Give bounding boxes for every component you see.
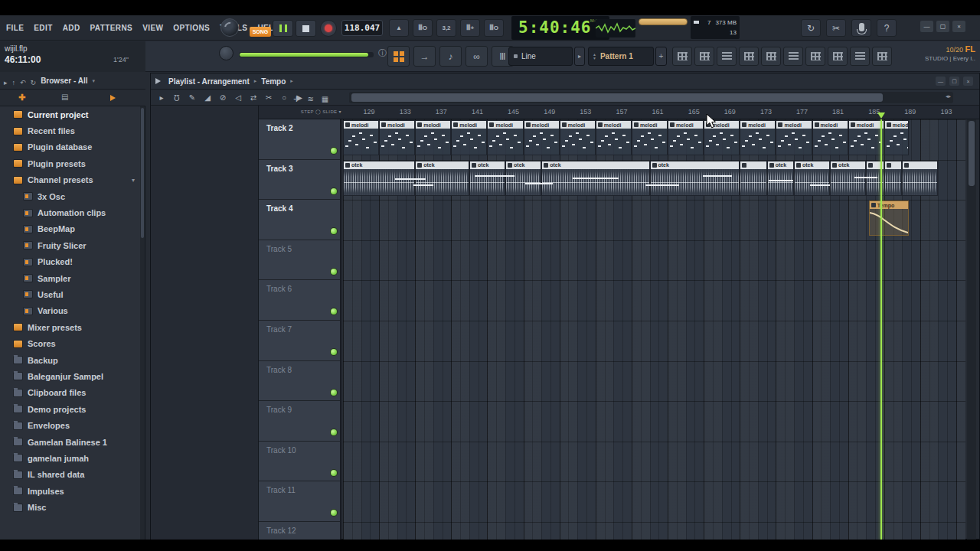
track-lane-track-12[interactable] bbox=[343, 522, 965, 540]
track-mute-led[interactable] bbox=[331, 390, 337, 396]
browser-item-gamelan-jumah[interactable]: gamelan jumah bbox=[0, 450, 141, 466]
slip-icon[interactable]: ⇄ bbox=[247, 91, 260, 104]
stop-button[interactable] bbox=[296, 20, 316, 37]
browser-title[interactable]: Browser - All bbox=[41, 77, 87, 85]
volume-knob[interactable] bbox=[219, 46, 234, 60]
crosshair-icon[interactable]: ✛ bbox=[293, 91, 299, 105]
track-mute-led[interactable] bbox=[331, 148, 337, 154]
browser-scrollbar[interactable] bbox=[140, 106, 145, 540]
audio-clip[interactable] bbox=[740, 161, 766, 196]
track-lane-track-11[interactable] bbox=[343, 481, 965, 522]
browser-item-il-shared-data[interactable]: IL shared data bbox=[0, 467, 141, 483]
time-scrub-bar[interactable] bbox=[639, 18, 688, 25]
close-button[interactable]: × bbox=[952, 21, 965, 32]
browser-scrollbar-thumb[interactable] bbox=[141, 108, 144, 238]
browser-item-demo-projects[interactable]: Demo projects bbox=[0, 401, 141, 417]
browser-item-clipboard-files[interactable]: Clipboard files bbox=[0, 385, 141, 401]
track-header-track-8[interactable]: Track 8 bbox=[259, 361, 341, 402]
help-icon[interactable]: ? bbox=[877, 19, 897, 37]
track-header-track-12[interactable]: Track 12 bbox=[259, 522, 341, 540]
melodi-clip[interactable]: melodi bbox=[415, 120, 451, 155]
track-lane-track-8[interactable] bbox=[343, 361, 965, 402]
master-slider[interactable] bbox=[239, 52, 374, 57]
vertical-scrollbar-thumb[interactable] bbox=[969, 121, 975, 186]
minimize-button[interactable]: — bbox=[920, 21, 933, 32]
menu-patterns[interactable]: PATTERNS bbox=[90, 24, 133, 32]
zoom-icon[interactable]: ○ bbox=[278, 91, 290, 104]
track-header-track-7[interactable]: Track 7 bbox=[259, 321, 341, 361]
melodi-clip[interactable]: melodi bbox=[524, 120, 560, 155]
scrollbar-arrows[interactable]: ◂▸ bbox=[946, 93, 951, 99]
snap-chevron-button[interactable]: ▸ bbox=[574, 47, 585, 66]
link-button[interactable]: ∞ bbox=[466, 46, 488, 67]
menu-add[interactable]: ADD bbox=[63, 24, 80, 32]
track-mute-led[interactable] bbox=[331, 429, 337, 435]
browser-item-impulses[interactable]: Impulses bbox=[0, 483, 141, 499]
track-mute-led[interactable] bbox=[331, 188, 337, 194]
piano-roll-toggle-button[interactable] bbox=[694, 47, 714, 66]
maximize-button[interactable]: ▢ bbox=[949, 77, 959, 86]
playlist-button[interactable]: → bbox=[413, 46, 436, 67]
menu-edit[interactable]: EDIT bbox=[34, 24, 52, 32]
otek-clip[interactable]: otek bbox=[469, 161, 505, 196]
browser-item-plugin-presets[interactable]: Plugin presets bbox=[0, 155, 141, 171]
melodi-clip[interactable]: melodi bbox=[776, 120, 812, 155]
tempo-display[interactable]: 118.047 bbox=[341, 20, 383, 36]
magnet-icon[interactable]: Ω bbox=[171, 91, 183, 104]
track-mute-led[interactable] bbox=[331, 308, 337, 315]
browser-item-channel-presets[interactable]: Channel presets▾ bbox=[0, 172, 141, 188]
track-header-track-9[interactable]: Track 9 bbox=[259, 401, 341, 442]
add-icon[interactable]: ✚ bbox=[18, 93, 25, 103]
countdown-icon[interactable]: 3,2 bbox=[436, 19, 456, 37]
menu-view[interactable]: VIEW bbox=[142, 24, 163, 32]
play-icon[interactable]: ▸ bbox=[4, 74, 8, 88]
time-display[interactable]: 5:40:46 M:S:CS bbox=[511, 16, 609, 40]
track-lane-track-10[interactable] bbox=[343, 442, 965, 482]
melodi-clip[interactable]: melodi bbox=[668, 120, 704, 155]
wave-view-icon[interactable]: ≋ bbox=[307, 91, 313, 105]
melodi-clip[interactable]: melodi bbox=[632, 120, 668, 155]
up-icon[interactable]: ↑ bbox=[12, 74, 16, 88]
browser-item-backup[interactable]: Backup bbox=[0, 352, 141, 368]
song-mode-toggle[interactable]: SONG bbox=[250, 27, 271, 37]
browser-item-envelopes[interactable]: Envelopes bbox=[0, 417, 141, 433]
draw-icon[interactable]: ✎ bbox=[186, 91, 198, 104]
otek-clip[interactable]: otek bbox=[650, 161, 740, 196]
melodi-clip[interactable]: melodi bbox=[379, 120, 415, 155]
browser-item-3x-osc[interactable]: 3x Osc bbox=[0, 188, 141, 204]
playlist-grid[interactable]: melodimelodimelodimelodimelodimelodimelo… bbox=[343, 119, 965, 540]
menu-file[interactable]: FILE bbox=[6, 24, 24, 32]
maximize-button[interactable]: ▢ bbox=[936, 21, 949, 32]
misc-grid-button[interactable] bbox=[872, 47, 892, 66]
browser-item-recent-files[interactable]: Recent files bbox=[0, 122, 141, 139]
back-icon[interactable]: ↶ bbox=[20, 74, 26, 88]
oscilloscope-panel[interactable] bbox=[596, 19, 635, 37]
mixer-toggle-button[interactable] bbox=[739, 47, 759, 66]
loop-record-icon[interactable]: ⅢO bbox=[484, 19, 504, 37]
touch-controller-button[interactable] bbox=[805, 47, 825, 66]
playlist-toggle-button[interactable] bbox=[672, 47, 692, 66]
refresh-icon[interactable]: ↻ bbox=[31, 74, 37, 88]
pattern-stepper-icon[interactable]: ▲▼ bbox=[593, 53, 596, 60]
browser-item-plucked[interactable]: Plucked! bbox=[0, 254, 141, 270]
speaker-icon[interactable] bbox=[110, 95, 119, 101]
track-lane-track-9[interactable] bbox=[343, 401, 965, 442]
browser-item-baleganjur-sampel[interactable]: Baleganjur Sampel bbox=[0, 368, 141, 384]
playlist-titlebar[interactable]: Playlist - Arrangement ▸ Tempo ▸ —▢× bbox=[151, 73, 979, 90]
info-icon[interactable]: ⓘ bbox=[378, 47, 387, 59]
melodi-clip[interactable]: melodi bbox=[487, 120, 523, 155]
grid-view-icon[interactable]: ▦ bbox=[322, 91, 328, 105]
channel-rack-button[interactable] bbox=[387, 46, 410, 67]
track-lane-track-5[interactable] bbox=[343, 240, 965, 281]
track-header-track-4[interactable]: Track 4 bbox=[259, 200, 341, 240]
track-mute-led[interactable] bbox=[331, 349, 337, 355]
otek-clip[interactable]: otek bbox=[830, 161, 866, 196]
track-header-track-2[interactable]: Track 2 bbox=[259, 119, 341, 160]
sync-icon[interactable]: ↻ bbox=[801, 19, 821, 37]
metronome-icon[interactable]: ▲ bbox=[389, 19, 409, 37]
track-mute-led[interactable] bbox=[331, 269, 337, 275]
browser-item-mixer-presets[interactable]: Mixer presets bbox=[0, 319, 141, 335]
playhead-marker-icon[interactable] bbox=[877, 112, 885, 119]
track-header-track-3[interactable]: Track 3 bbox=[259, 160, 341, 201]
browser-item-useful[interactable]: Useful bbox=[0, 286, 141, 302]
